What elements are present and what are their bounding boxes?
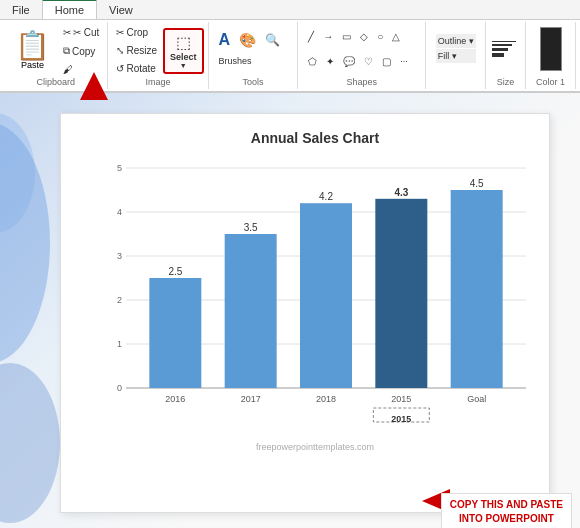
svg-rect-28 (451, 190, 503, 388)
ribbon-group-colors: Color 1 (526, 22, 576, 89)
ribbon-group-tools: A 🎨 🔍 Brushes Tools (209, 22, 299, 89)
outline-fill-buttons: Outline ▾ Fill ▾ (436, 34, 476, 63)
paint-button[interactable]: 🎨 (235, 29, 260, 51)
chart-inner: 0123452.520163.520174.220184.320154.5Goa… (101, 158, 529, 438)
svg-point-1 (0, 363, 60, 523)
magnify-button[interactable]: 🔍 (261, 30, 284, 50)
svg-text:4.3: 4.3 (394, 187, 408, 198)
svg-text:2.5: 2.5 (168, 266, 182, 277)
text-icon: A (219, 31, 231, 49)
svg-text:2018: 2018 (316, 394, 336, 404)
text-tool-button[interactable]: A (215, 28, 235, 52)
svg-text:5: 5 (117, 163, 122, 173)
main-area: Annual Sales Chart 0123452.520163.520174… (0, 93, 580, 528)
svg-text:0: 0 (117, 383, 122, 393)
outline-fill-items: Outline ▾ Fill ▾ (436, 24, 476, 87)
tools-label: Tools (242, 77, 263, 87)
crop-label: Crop (126, 27, 148, 38)
rotate-button[interactable]: ↺ Rotate (112, 60, 161, 77)
select-button[interactable]: ⬚ Select ▼ (163, 28, 204, 74)
fill-button[interactable]: Fill ▾ (436, 49, 476, 63)
copy-button[interactable]: ⧉ Copy (59, 42, 103, 60)
size-line-1 (492, 41, 516, 42)
paste-button[interactable]: 📋 Paste (8, 27, 57, 75)
size-indicator (492, 41, 516, 57)
svg-text:2016: 2016 (165, 394, 185, 404)
ribbon-group-image: ✂ Crop ⤡ Resize ↺ Rotate ⬚ Select (108, 22, 208, 89)
shape-rect[interactable]: ▭ (338, 28, 355, 45)
crop-button[interactable]: ✂ Crop (112, 24, 161, 41)
chart-title: Annual Sales Chart (101, 130, 529, 146)
brushes-label: Brushes (219, 56, 252, 66)
copy-paste-instruction: COPY THIS AND PASTEINTO POWERPOINT (441, 493, 572, 528)
rotate-icon: ↺ (116, 63, 124, 74)
outline-label: Outline ▾ (438, 36, 474, 46)
ribbon-tabs: File Home View (0, 0, 580, 20)
shape-callout[interactable]: 💬 (339, 53, 359, 70)
tab-view[interactable]: View (97, 0, 145, 19)
select-icon: ⬚ (176, 33, 191, 52)
clipboard-label: Clipboard (36, 77, 75, 87)
magnify-icon: 🔍 (265, 33, 280, 47)
format-painter-icon: 🖌 (63, 64, 73, 75)
ribbon-group-outline-fill: Outline ▾ Fill ▾ (426, 22, 486, 89)
shape-pentagon[interactable]: ⬠ (304, 53, 321, 70)
image-label: Image (145, 77, 170, 87)
ribbon-group-size: Size (486, 22, 526, 89)
shape-rounded[interactable]: ▢ (378, 53, 395, 70)
size-line-3 (492, 48, 508, 51)
svg-text:2015: 2015 (391, 394, 411, 404)
chart-container: Annual Sales Chart 0123452.520163.520174… (60, 113, 550, 513)
svg-text:4: 4 (117, 207, 122, 217)
rotate-label: Rotate (126, 63, 155, 74)
size-line-2 (492, 44, 512, 46)
svg-text:3.5: 3.5 (244, 222, 258, 233)
select-arrow-annotation (80, 72, 108, 100)
shape-heart[interactable]: ♡ (360, 53, 377, 70)
shape-star4[interactable]: ✦ (322, 53, 338, 70)
svg-text:1: 1 (117, 339, 122, 349)
resize-icon: ⤡ (116, 45, 124, 56)
cut-icon: ✂ (63, 27, 71, 38)
outline-button[interactable]: Outline ▾ (436, 34, 476, 48)
cut-button[interactable]: ✂ ✂ Cut (59, 24, 103, 41)
svg-text:2017: 2017 (241, 394, 261, 404)
select-label: Select (170, 52, 197, 62)
clipboard-small-buttons: ✂ ✂ Cut ⧉ Copy 🖌 (59, 24, 103, 78)
copy-icon: ⧉ (63, 45, 70, 57)
brushes-button[interactable]: Brushes (215, 53, 256, 69)
copy-paste-text: COPY THIS AND PASTEINTO POWERPOINT (450, 499, 563, 524)
resize-label: Resize (126, 45, 157, 56)
tools-buttons: A 🎨 🔍 Brushes (215, 28, 292, 69)
fill-label: Fill ▾ (438, 51, 457, 61)
cut-label: ✂ Cut (73, 27, 99, 38)
paste-label: Paste (21, 60, 44, 70)
shape-diamond[interactable]: ◇ (356, 28, 372, 45)
tab-home[interactable]: Home (42, 0, 97, 19)
paint-icon: 🎨 (239, 32, 256, 48)
shapes-label: Shapes (346, 77, 377, 87)
shape-ellipse[interactable]: ○ (373, 28, 387, 45)
paste-icon: 📋 (15, 32, 50, 60)
svg-text:2: 2 (117, 295, 122, 305)
svg-rect-19 (225, 234, 277, 388)
image-buttons: ✂ Crop ⤡ Resize ↺ Rotate (112, 24, 161, 77)
copy-label: Copy (72, 46, 95, 57)
colors-label: Color 1 (536, 77, 565, 87)
shape-more[interactable]: ··· (396, 53, 412, 69)
resize-button[interactable]: ⤡ Resize (112, 42, 161, 59)
svg-text:4.2: 4.2 (319, 191, 333, 202)
tab-file[interactable]: File (0, 0, 42, 19)
svg-text:2015: 2015 (391, 414, 411, 424)
shape-line[interactable]: ╱ (304, 28, 318, 45)
svg-text:3: 3 (117, 251, 122, 261)
svg-rect-16 (149, 278, 201, 388)
shape-triangle[interactable]: △ (388, 28, 404, 45)
color1-swatch[interactable] (540, 27, 562, 71)
size-label: Size (497, 77, 515, 87)
svg-rect-25 (375, 199, 427, 388)
crop-icon: ✂ (116, 27, 124, 38)
shape-arrow[interactable]: → (319, 28, 337, 45)
select-dropdown-arrow: ▼ (180, 62, 187, 69)
size-line-4 (492, 53, 504, 57)
